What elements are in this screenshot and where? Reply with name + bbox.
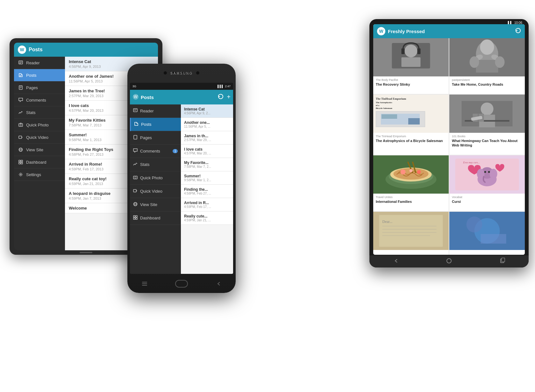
svg-rect-52	[476, 60, 498, 73]
phone-center: SAMSUNG 3G ▌▌▌ 2:47 W Posts	[127, 64, 236, 293]
phone-nav-dashboard[interactable]: Dashboard	[130, 211, 181, 225]
tablet-right-back-button[interactable]	[393, 258, 399, 265]
svg-marker-32	[136, 190, 137, 191]
phone-bottom-bar	[127, 274, 236, 293]
phone-status-bar: 3G ▌▌▌ 2:47	[130, 83, 233, 90]
list-item[interactable]: Intense Cat 4:56PM, Apr 9, 2...	[181, 104, 233, 118]
grid-card-tinhead[interactable]: The TinHead Emporium The Astrophysicsof …	[373, 95, 449, 155]
phone-nav-posts[interactable]: Posts	[130, 118, 181, 131]
svg-rect-21	[21, 162, 23, 164]
grid-card-vocabat[interactable]: Eros may curs... Vocabat Cursi	[449, 155, 525, 211]
phone-nav-pages-icon	[133, 135, 138, 140]
tablet-right: ▌▌ 10:06 W Freshly Pressed	[369, 19, 529, 267]
phone-nav-view-site[interactable]: View Site	[130, 198, 181, 211]
grid-card-body-pacifist[interactable]: The Body Pacifist The Recovery Slinky	[373, 38, 449, 94]
card-image-vocabat: Eros may curs...	[449, 155, 525, 194]
phone-nav-quick-photo-icon	[133, 175, 138, 181]
quick-video-icon	[18, 134, 24, 140]
grid-card-take-me-home[interactable]: pastpersistent Take Me Home, Country Roa…	[449, 38, 525, 94]
svg-point-55	[470, 56, 479, 68]
phone-menu-button[interactable]	[141, 280, 148, 288]
phone-network: 3G	[132, 85, 136, 88]
grid-card-hemingway[interactable]: 101 Books What Hemingway Can Teach You A…	[449, 95, 525, 155]
phone-back-hw-button[interactable]	[215, 280, 222, 288]
svg-point-74	[410, 169, 413, 172]
tablet-right-header: W Freshly Pressed	[373, 24, 525, 38]
sidebar-item-settings[interactable]: Settings	[14, 168, 65, 181]
phone-nav: Reader Posts	[130, 104, 181, 274]
svg-point-30	[135, 177, 136, 178]
svg-point-72	[401, 169, 406, 175]
phone-app-header: W Posts +	[130, 90, 233, 104]
tablet-right-home-button[interactable]	[446, 258, 452, 265]
tablet-right-bottom-bar	[369, 255, 529, 267]
list-item[interactable]: Finding the... 4:58PM, Feb 27, ...	[181, 185, 233, 198]
card-image-partial1: Dear...	[373, 212, 449, 250]
grid-card-partial1[interactable]: Dear...	[373, 212, 449, 255]
grid-card-partial2[interactable]	[449, 212, 525, 255]
card-subtitle-travel: Travel Unites	[376, 196, 446, 199]
svg-rect-95	[481, 234, 506, 244]
phone-posts-list: Intense Cat 4:56PM, Apr 9, 2... Another …	[181, 104, 233, 274]
svg-rect-98	[502, 258, 505, 262]
list-item[interactable]: James in th... 2:57PM, Mar 29, ...	[181, 131, 233, 145]
tablet-right-recent-button[interactable]	[499, 258, 505, 265]
card-subtitle-vocabat: Vocabat	[452, 196, 522, 199]
card-subtitle-hemingway: 101 Books	[452, 135, 522, 138]
card-image-tinhead: The TinHead Emporium The Astrophysicsof …	[373, 95, 449, 133]
card-title-vocabat: Cursi	[452, 199, 522, 204]
sidebar-item-comments[interactable]: Comments	[14, 94, 65, 106]
sidebar-item-quick-video[interactable]: Quick Video	[14, 131, 65, 144]
tablet-right-refresh-icon[interactable]	[515, 28, 521, 35]
svg-text:Eros may curs...: Eros may curs...	[463, 161, 480, 164]
phone-camera-2	[196, 71, 199, 75]
phone-back-button[interactable]: W	[132, 94, 139, 101]
list-item[interactable]: Another one... 11:56PM, Apr 5, ...	[181, 118, 233, 131]
svg-rect-37	[136, 216, 137, 217]
tablet-left-title: Posts	[29, 47, 43, 53]
wp-logo-right: W	[377, 27, 385, 35]
phone-nav-quick-video-icon	[133, 189, 138, 194]
card-subtitle-take-me-home: pastpersistent	[452, 78, 522, 82]
list-item[interactable]: Summer! 9:58PM, Mar 1, 2...	[181, 171, 233, 185]
svg-point-45	[405, 45, 417, 57]
sidebar-item-view-site[interactable]: View Site	[14, 144, 65, 156]
card-image-body-pacifist	[373, 38, 449, 76]
sidebar-item-dashboard[interactable]: Dashboard	[14, 156, 65, 168]
svg-rect-13	[19, 136, 22, 139]
svg-rect-39	[136, 218, 137, 219]
list-item[interactable]: My Favorite... 7:58PM, Mar 7, 2...	[181, 158, 233, 171]
svg-point-94	[467, 217, 482, 232]
svg-rect-47	[402, 48, 405, 54]
list-item[interactable]: Arrived in R... 4:59PM, Feb 17, ...	[181, 198, 233, 211]
list-item[interactable]: Really cute... 4:59PM, Jan 21, ...	[181, 211, 233, 225]
list-item[interactable]: I love cats 4:57PM, Mar 20, ...	[181, 145, 233, 158]
freshly-pressed-grid: The Body Pacifist The Recovery Slinky	[373, 38, 525, 255]
sidebar-item-reader[interactable]: Reader	[14, 57, 65, 69]
phone-nav-comments[interactable]: Comments 1	[130, 145, 181, 158]
card-title-tinhead: The Astrophysics of a Bicycle Salesman	[376, 139, 446, 143]
phone-nav-pages[interactable]: Pages	[130, 131, 181, 145]
card-image-travel	[373, 155, 449, 194]
reader-icon	[18, 60, 24, 66]
sidebar-item-quick-photo[interactable]: Quick Photo	[14, 119, 65, 131]
svg-point-73	[417, 170, 421, 174]
grid-card-travel[interactable]: Travel Unites International Families	[373, 155, 449, 211]
phone-refresh-icon[interactable]	[218, 94, 224, 101]
card-image-hemingway	[449, 95, 525, 133]
phone-nav-reader[interactable]: Reader	[130, 104, 181, 118]
phone-nav-quick-video[interactable]: Quick Video	[130, 185, 181, 198]
settings-icon	[18, 172, 24, 177]
svg-rect-41	[142, 283, 147, 284]
phone-home-button[interactable]	[175, 280, 188, 288]
svg-rect-36	[133, 216, 135, 217]
sidebar-item-posts[interactable]: Posts	[14, 69, 65, 82]
tablet-right-title: Freshly Pressed	[388, 29, 513, 34]
phone-nav-dashboard-icon	[133, 215, 138, 221]
sidebar-item-pages[interactable]: Pages	[14, 82, 65, 94]
phone-nav-stats[interactable]: Stats	[130, 158, 181, 171]
card-title-body-pacifist: The Recovery Slinky	[376, 82, 446, 87]
phone-add-icon[interactable]: +	[227, 94, 231, 101]
sidebar-item-stats[interactable]: Stats	[14, 106, 65, 119]
phone-nav-quick-photo[interactable]: Quick Photo	[130, 171, 181, 185]
